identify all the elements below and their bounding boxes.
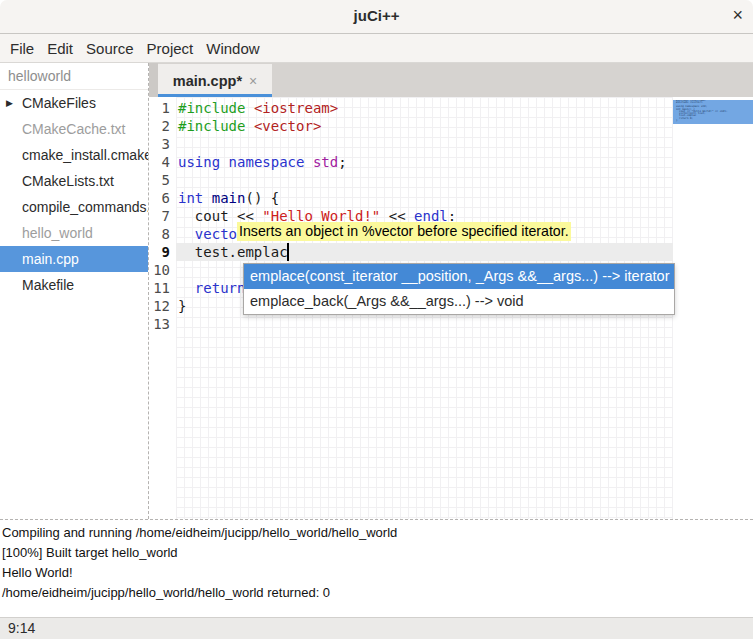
sidebar-item-makefile[interactable]: Makefile <box>0 272 148 298</box>
file-tree-sidebar: helloworld ▶CMakeFilesCMakeCache.txtcmak… <box>0 63 149 519</box>
line-number: 4 <box>149 153 170 171</box>
line-number: 9 <box>149 243 170 261</box>
line-number: 10 <box>149 261 170 279</box>
sidebar-item-label: compile_commands.json <box>22 199 148 215</box>
sidebar-item-hello-world[interactable]: hello_world <box>0 220 148 246</box>
line-number: 12 <box>149 297 170 315</box>
code-line: } <box>178 297 186 315</box>
line-number: 2 <box>149 117 170 135</box>
line-number: 5 <box>149 171 170 189</box>
line-number: 6 <box>149 189 170 207</box>
sidebar-item-cmake-install-cmake[interactable]: cmake_install.cmake <box>0 142 148 168</box>
title-bar: juCi++ × <box>0 0 753 34</box>
tab-bar-left-strip <box>149 63 158 97</box>
tab-close-icon[interactable]: × <box>249 73 257 89</box>
code-line: test.emplac <box>178 243 288 261</box>
output-line: Compiling and running /home/eidheim/juci… <box>2 523 753 543</box>
tab-main-cpp[interactable]: main.cpp* × <box>158 64 272 97</box>
menu-file[interactable]: File <box>10 40 34 57</box>
sidebar-item-label: main.cpp <box>22 251 79 267</box>
menu-project[interactable]: Project <box>147 40 194 57</box>
minimap-visible-region[interactable]: #include <iostream> #include <vector> us… <box>673 100 753 124</box>
output-line: /home/eidheim/jucipp/hello_world/hello_w… <box>2 583 753 603</box>
code-line: #include <iostream> <box>178 99 338 117</box>
menu-window[interactable]: Window <box>206 40 259 57</box>
sidebar-item-label: cmake_install.cmake <box>22 147 148 163</box>
status-bar: 9:14 <box>0 617 753 639</box>
line-number: 3 <box>149 135 170 153</box>
sidebar-item-cmakefiles[interactable]: ▶CMakeFiles <box>0 90 148 116</box>
line-number: 7 <box>149 207 170 225</box>
sidebar-item-compile-commands-json[interactable]: compile_commands.json <box>0 194 148 220</box>
sidebar-item-main-cpp[interactable]: main.cpp <box>0 246 148 272</box>
line-number: 1 <box>149 99 170 117</box>
code-line: using namespace std; <box>178 153 347 171</box>
output-panel: Compiling and running /home/eidheim/juci… <box>0 520 753 620</box>
window-title: juCi++ <box>0 0 753 32</box>
sidebar-item-label: CMakeLists.txt <box>22 173 114 189</box>
sidebar-item-label: Makefile <box>22 277 74 293</box>
tab-label: main.cpp* <box>173 73 242 89</box>
line-number: 13 <box>149 315 170 333</box>
minimap-code: #include <iostream> #include <vector> us… <box>673 100 753 122</box>
autocomplete-popup: emplace(const_iterator __position, _Args… <box>243 263 675 315</box>
project-root-item[interactable]: helloworld <box>0 63 148 90</box>
jucipp-window: juCi++ × FileEditSourceProjectWindow hel… <box>0 0 753 639</box>
minimap[interactable]: #include <iostream> #include <vector> us… <box>673 97 753 519</box>
sidebar-item-label: hello_world <box>22 225 93 241</box>
autocomplete-item[interactable]: emplace_back(_Args &&__args...) --> void <box>244 289 674 314</box>
menu-bar: FileEditSourceProjectWindow <box>0 34 753 63</box>
sidebar-item-label: CMakeFiles <box>22 95 96 111</box>
line-number: 8 <box>149 225 170 243</box>
menu-source[interactable]: Source <box>86 40 134 57</box>
sidebar-item-cmakecache-txt[interactable]: CMakeCache.txt <box>0 116 148 142</box>
code-line: #include <vector> <box>178 117 321 135</box>
doc-tooltip: Inserts an object in %vector before spec… <box>237 222 571 241</box>
tab-bar: main.cpp* × <box>149 63 753 97</box>
code-editor[interactable]: 1#include <iostream>2#include <vector>34… <box>149 97 753 519</box>
output-line: [100%] Built target hello_world <box>2 543 753 563</box>
autocomplete-item[interactable]: emplace(const_iterator __position, _Args… <box>244 264 674 289</box>
sidebar-item-label: CMakeCache.txt <box>22 121 125 137</box>
output-line: Hello World! <box>2 563 753 583</box>
sidebar-item-cmakelists-txt[interactable]: CMakeLists.txt <box>0 168 148 194</box>
expand-triangle-icon[interactable]: ▶ <box>6 90 13 116</box>
text-cursor <box>287 243 289 261</box>
window-close-icon[interactable]: × <box>732 0 743 31</box>
cursor-position: 9:14 <box>8 620 35 636</box>
code-line: int main() { <box>178 189 279 207</box>
menu-edit[interactable]: Edit <box>47 40 73 57</box>
line-number: 11 <box>149 279 170 297</box>
